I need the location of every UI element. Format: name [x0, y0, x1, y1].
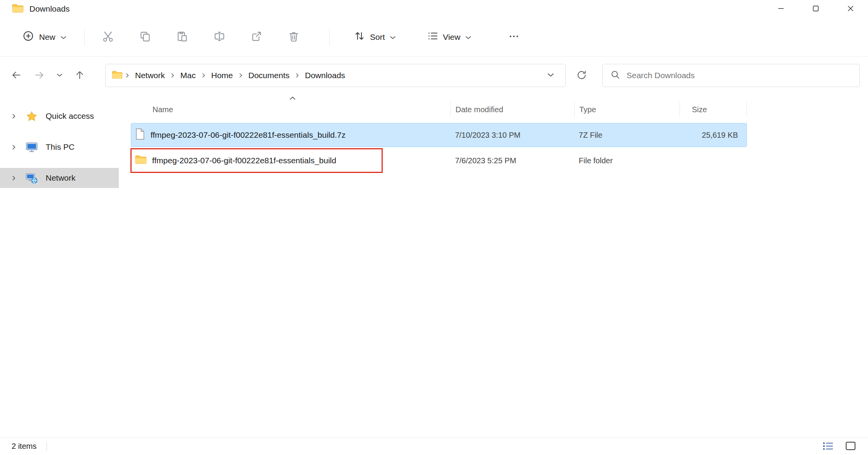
chevron-right-icon[interactable] [8, 113, 19, 119]
more-icon [508, 31, 520, 43]
breadcrumb-item-documents[interactable]: Documents [245, 68, 293, 82]
status-divider [46, 442, 47, 451]
file-date-modified: 7/6/2023 5:25 PM [450, 156, 574, 165]
breadcrumb-separator-icon [200, 73, 207, 78]
sidebar: Quick access This PC [0, 94, 119, 437]
new-plus-icon [22, 30, 34, 44]
forward-icon [34, 70, 45, 82]
paste-button[interactable] [170, 25, 195, 49]
title-bar: Downloads [0, 0, 868, 18]
file-name-cell: ffmpeg-2023-07-06-git-f00222e81f-essenti… [131, 155, 450, 166]
toolbar-divider [329, 29, 330, 46]
command-toolbar: New [0, 18, 868, 56]
minimize-icon [778, 5, 784, 13]
file-list-area: Name Date modified Type Size ffmpeg-20 [119, 94, 868, 437]
maximize-icon [813, 5, 819, 13]
network-icon [22, 173, 41, 184]
new-button[interactable]: New [15, 25, 74, 49]
cut-icon [102, 31, 114, 43]
copy-icon [139, 31, 151, 43]
file-name-cell: ffmpeg-2023-07-06-git-f00222e81f-essenti… [131, 128, 450, 142]
sort-button-label: Sort [370, 32, 385, 42]
cut-button[interactable] [96, 25, 120, 49]
monitor-icon [22, 142, 41, 153]
view-toggle-group [820, 438, 859, 455]
back-button[interactable] [5, 64, 28, 87]
more-options-button[interactable] [502, 25, 526, 49]
nav-history-buttons [5, 64, 91, 87]
details-view-icon [822, 441, 834, 452]
address-dropdown-button[interactable] [542, 67, 559, 84]
breadcrumb-item-home[interactable]: Home [208, 68, 236, 82]
search-input[interactable] [627, 71, 852, 80]
breadcrumb-item-mac[interactable]: Mac [177, 68, 199, 82]
up-button[interactable] [68, 64, 91, 87]
forward-button[interactable] [28, 64, 51, 87]
thumbnail-view-button[interactable] [842, 439, 859, 454]
paste-icon [176, 31, 188, 43]
sidebar-item-label: Network [46, 173, 75, 183]
thumbnail-view-icon [845, 441, 856, 452]
window-title: Downloads [29, 4, 70, 14]
refresh-button[interactable] [570, 64, 593, 87]
close-icon [847, 5, 854, 13]
back-icon [11, 70, 22, 82]
share-button[interactable] [244, 25, 269, 49]
folder-icon [12, 3, 24, 15]
recent-locations-button[interactable] [51, 64, 68, 87]
file-row-archive[interactable]: ffmpeg-2023-07-06-git-f00222e81f-essenti… [131, 123, 747, 147]
chevron-down-icon [390, 32, 396, 42]
sort-ascending-indicator [289, 95, 296, 102]
file-icon [135, 128, 145, 142]
window-controls [764, 0, 868, 18]
rename-icon [214, 31, 225, 43]
column-header-date-modified[interactable]: Date modified [450, 102, 574, 117]
breadcrumb-item-network[interactable]: Network [132, 68, 168, 82]
copy-button[interactable] [133, 25, 158, 49]
file-name: ffmpeg-2023-07-06-git-f00222e81f-essenti… [152, 156, 336, 165]
sort-icon [354, 30, 365, 44]
toolbar-divider [84, 29, 85, 46]
sidebar-item-network[interactable]: Network [0, 168, 119, 188]
file-type: 7Z File [574, 131, 680, 140]
breadcrumb-separator-icon [294, 73, 300, 78]
breadcrumb-separator-icon [238, 73, 244, 78]
item-count: 2 items [12, 442, 36, 451]
view-button[interactable]: View [421, 25, 478, 49]
file-date-modified: 7/10/2023 3:10 PM [450, 131, 574, 140]
sort-button[interactable]: Sort [348, 25, 402, 49]
refresh-icon [576, 70, 587, 82]
view-button-label: View [443, 32, 461, 42]
maximize-button[interactable] [798, 0, 833, 18]
breadcrumb-separator-icon [124, 73, 130, 78]
view-icon [427, 30, 438, 44]
column-header-size[interactable]: Size [680, 102, 747, 117]
chevron-down-icon [547, 72, 554, 79]
search-box [602, 64, 860, 87]
folder-icon [112, 70, 123, 81]
sidebar-item-label: Quick access [46, 111, 94, 121]
column-headers: Name Date modified Type Size [131, 98, 868, 121]
breadcrumb-item-downloads[interactable]: Downloads [302, 68, 348, 82]
chevron-right-icon[interactable] [8, 175, 19, 181]
file-row-folder[interactable]: ffmpeg-2023-07-06-git-f00222e81f-essenti… [131, 149, 747, 173]
breadcrumb-separator-icon [169, 73, 176, 78]
column-header-type[interactable]: Type [574, 102, 680, 117]
share-icon [251, 31, 262, 43]
star-icon [22, 111, 41, 122]
close-button[interactable] [833, 0, 868, 18]
recent-chevron-icon [56, 73, 63, 79]
rename-button[interactable] [207, 25, 232, 49]
column-header-name[interactable]: Name [131, 102, 450, 117]
file-size: 25,619 KB [679, 131, 746, 140]
sidebar-item-this-pc[interactable]: This PC [0, 137, 119, 157]
sidebar-item-label: This PC [46, 142, 75, 152]
details-view-button[interactable] [820, 439, 836, 454]
chevron-right-icon[interactable] [8, 144, 19, 150]
sidebar-item-quick-access[interactable]: Quick access [0, 106, 119, 126]
search-icon [610, 70, 620, 81]
address-bar[interactable]: Network Mac Home Documents Downloads [105, 64, 566, 87]
title-left: Downloads [0, 3, 70, 15]
delete-button[interactable] [281, 25, 306, 49]
minimize-button[interactable] [764, 0, 798, 18]
